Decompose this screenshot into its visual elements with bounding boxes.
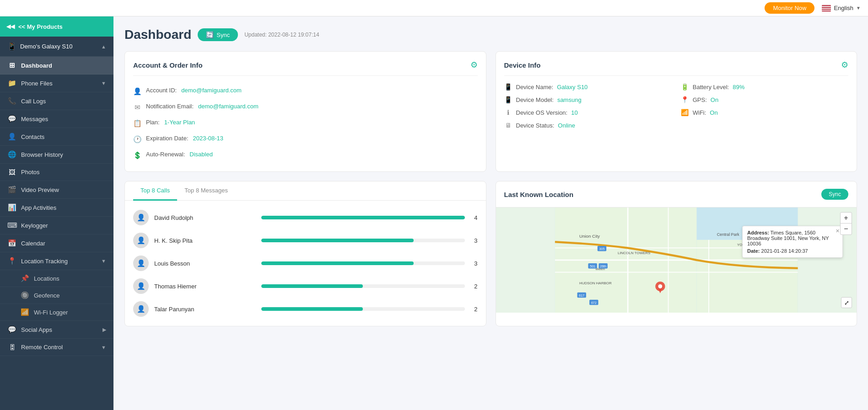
battery-label: Battery Level: — [693, 84, 729, 91]
sidebar-header[interactable]: ◀◀ << My Products — [0, 16, 113, 37]
wifi-icon: 📶 — [681, 109, 689, 116]
sidebar-item-remote-control[interactable]: 🎛 Remote Control ▼ — [0, 339, 113, 356]
model-row: 📱 Device Model: samsung — [504, 96, 672, 103]
sidebar-item-browser-history[interactable]: 🌐 Browser History — [0, 146, 113, 164]
device-name-label: Device Name: — [516, 84, 554, 91]
svg-text:Central Park: Central Park — [717, 232, 739, 237]
flag-icon — [822, 5, 831, 11]
sidebar-item-label: App Activities — [21, 204, 56, 211]
svg-text:26th: 26th — [600, 265, 606, 268]
photos-icon: 🖼 — [7, 168, 16, 176]
sidebar-item-wifi-logger[interactable]: 📶 Wi-Fi Logger — [0, 304, 113, 321]
call-bar — [261, 284, 363, 288]
device-chevron-icon: ▲ — [101, 44, 106, 49]
sidebar-item-label: Social Apps — [21, 326, 52, 333]
call-count: 2 — [470, 306, 478, 313]
tab-top-calls[interactable]: Top 8 Calls — [133, 181, 177, 201]
sync-button[interactable]: 🔄 Sync — [198, 28, 238, 41]
sidebar-item-dashboard[interactable]: ⊞ Dashboard — [0, 57, 113, 75]
avatar: 👤 — [133, 278, 149, 294]
svg-text:Union City: Union City — [579, 234, 599, 239]
sidebar-item-calendar[interactable]: 📅 Calendar — [0, 234, 113, 252]
call-bar — [261, 239, 414, 242]
sidebar-item-keylogger[interactable]: ⌨ Keylogger — [0, 217, 113, 234]
avatar: 👤 — [133, 233, 149, 248]
sidebar-item-video-preview[interactable]: 🎬 Video Preview — [0, 181, 113, 199]
device-info-card: Device Info ⚙ 📱 Device Name: Galaxy S10 … — [496, 51, 857, 172]
phone-icon: 📱 — [504, 83, 512, 91]
call-name: Louis Besson — [154, 260, 256, 267]
plan-label: Plan: — [146, 119, 160, 126]
sidebar-item-label: Remote Control — [21, 344, 63, 351]
call-count: 4 — [470, 214, 478, 221]
notification-email-row: ✉ Notification Email: demo@famiguard.com — [133, 99, 478, 115]
bottom-row: Top 8 Calls Top 8 Messages 👤 David Rudol… — [124, 181, 857, 326]
wifi-value: On — [710, 109, 717, 116]
browser-icon: 🌐 — [7, 150, 16, 159]
call-name: H. K. Skip Pita — [154, 237, 256, 244]
battery-icon: 🔋 — [681, 83, 689, 91]
sidebar-header-left: ◀◀ << My Products — [6, 23, 63, 30]
sidebar-item-label: Photos — [21, 169, 39, 176]
chevron-down-icon: ▼ — [101, 80, 106, 86]
sidebar-item-contacts[interactable]: 👤 Contacts — [0, 128, 113, 146]
svg-text:501: 501 — [590, 265, 595, 268]
chevron-down-icon: ▼ — [856, 5, 861, 11]
device-name-row: 📱 Device Name: Galaxy S10 — [504, 83, 672, 91]
avatar: 👤 — [133, 256, 149, 271]
status-row: 🖥 Device Status: Online — [504, 122, 672, 129]
card-header: Account & Order Info ⚙ — [133, 60, 478, 76]
date-value: 2021-01-28 14:20:37 — [761, 248, 808, 254]
model-value: samsung — [557, 96, 582, 103]
gear-icon[interactable]: ⚙ — [470, 60, 478, 70]
cards-row: Account & Order Info ⚙ 👤 Account ID: dem… — [124, 51, 857, 172]
call-name: Talar Parunyan — [154, 306, 256, 313]
zoom-in-button[interactable]: + — [841, 213, 852, 224]
location-tracking-icon: 📍 — [7, 257, 16, 265]
sidebar-item-locations[interactable]: 📌 Locations — [0, 270, 113, 287]
status-icon: 🖥 — [504, 122, 512, 129]
monitor-now-button[interactable]: Monitor Now — [765, 2, 814, 14]
language-label: English — [834, 5, 853, 11]
locations-icon: 📌 — [20, 274, 29, 282]
clock-icon: 🕐 — [133, 135, 141, 144]
language-selector[interactable]: English ▼ — [822, 5, 861, 11]
account-card-title: Account & Order Info — [133, 61, 203, 69]
page-title: Dashboard — [124, 27, 191, 42]
os-label: Device OS Version: — [516, 109, 568, 116]
tab-top-messages[interactable]: Top 8 Messages — [177, 181, 235, 201]
sidebar-item-app-activities[interactable]: 📊 App Activities — [0, 199, 113, 217]
sidebar-item-geofence[interactable]: 🔘 Geofence — [0, 287, 113, 304]
wifi-label: WiFi: — [693, 109, 706, 116]
svg-text:LINCOLN TOWERS: LINCOLN TOWERS — [617, 251, 650, 255]
os-row: ℹ Device OS Version: 10 — [504, 109, 672, 116]
map-zoom-controls: + − — [840, 212, 852, 235]
call-count: 3 — [470, 260, 478, 267]
contacts-icon: 👤 — [7, 133, 16, 141]
renewal-icon: 💲 — [133, 151, 141, 160]
sidebar-item-phone-files[interactable]: 📁 Phone Files ▼ — [0, 75, 113, 92]
email-icon: ✉ — [133, 103, 141, 112]
device-item[interactable]: 📱 Demo's Galaxy S10 ▲ — [0, 37, 113, 57]
location-sync-button[interactable]: Sync — [821, 189, 848, 200]
svg-point-27 — [658, 284, 662, 288]
device-name-label: Demo's Galaxy S10 — [20, 43, 72, 50]
map-expand-button[interactable]: ⤢ — [841, 297, 852, 308]
sidebar-item-label: Geofence — [34, 292, 59, 299]
sidebar-item-call-logs[interactable]: 📞 Call Logs — [0, 92, 113, 110]
gear-icon[interactable]: ⚙ — [841, 60, 848, 70]
call-item-3: 👤 Louis Besson 3 — [133, 252, 478, 275]
zoom-out-button[interactable]: − — [841, 224, 852, 234]
app-wrapper: ◀◀ << My Products 📱 Demo's Galaxy S10 ▲ … — [0, 16, 868, 410]
my-products-label: << My Products — [18, 23, 63, 30]
wifi-row: 📶 WiFi: On — [681, 109, 848, 116]
chevron-down-icon: ▼ — [101, 258, 106, 264]
notification-email-value: demo@famiguard.com — [198, 103, 259, 110]
sidebar-item-social-apps[interactable]: 💬 Social Apps ▶ — [0, 321, 113, 339]
call-item-2: 👤 H. K. Skip Pita 3 — [133, 229, 478, 252]
sidebar-item-photos[interactable]: 🖼 Photos — [0, 164, 113, 181]
popup-close-button[interactable]: ✕ — [836, 228, 840, 234]
sidebar-item-location-tracking[interactable]: 📍 Location Tracking ▼ — [0, 252, 113, 270]
sidebar-item-messages[interactable]: 💬 Messages — [0, 110, 113, 128]
svg-text:672: 672 — [591, 301, 596, 304]
